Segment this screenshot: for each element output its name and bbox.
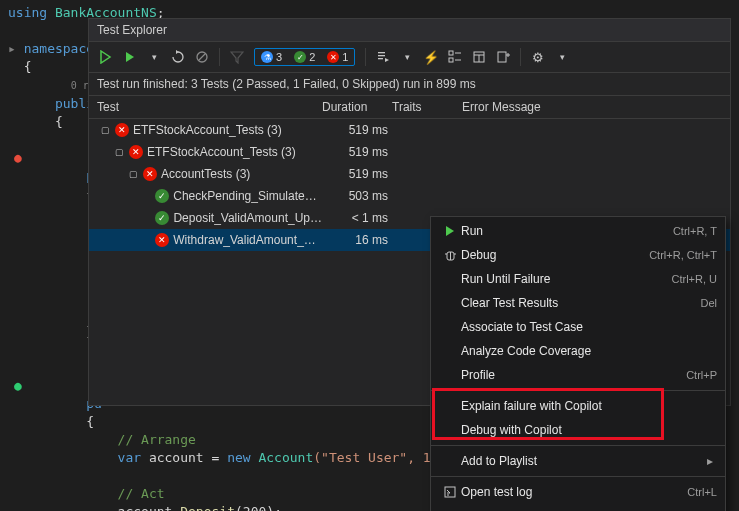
log-icon [439,486,461,498]
menu-item[interactable]: RunCtrl+R, T [431,219,725,243]
menu-label: Add to Playlist [461,454,707,468]
test-name: ETFStockAccount_Tests (3) [147,145,296,159]
test-row[interactable]: ▢✕AccountTests (3)519 ms [89,163,730,185]
svg-rect-3 [378,55,385,56]
pill-total[interactable]: ⚗3 [255,49,288,65]
flask-icon: ⚗ [261,51,273,63]
test-row[interactable]: ✓CheckPending_SimulatesCalcul...503 ms [89,185,730,207]
columns-button[interactable] [468,46,490,68]
menu-item[interactable]: Clear Test ResultsDel [431,291,725,315]
cancel-run-button[interactable] [191,46,213,68]
svg-rect-4 [378,58,383,59]
fail-icon: ✕ [143,167,157,181]
context-menu: RunCtrl+R, TDebugCtrl+R, Ctrl+TRun Until… [430,216,726,511]
run-all-button[interactable] [95,46,117,68]
test-duration: 519 ms [326,145,396,159]
test-duration: 519 ms [326,167,396,181]
test-name: Deposit_ValidAmount_Updates... [173,211,322,225]
expand-arrow-icon[interactable]: ▢ [115,147,125,157]
menu-label: Analyze Code Coverage [461,344,717,358]
cross-icon: ✕ [327,51,339,63]
test-row[interactable]: ▢✕ETFStockAccount_Tests (3)519 ms [89,119,730,141]
menu-shortcut: Ctrl+R, T [673,225,717,237]
menu-label: Profile [461,368,686,382]
submenu-arrow-icon: ▸ [707,454,717,468]
play-icon [439,225,461,237]
gear-icon: ⚙ [532,50,544,65]
fail-icon: ✕ [129,145,143,159]
menu-item[interactable]: Go To TestF12 [431,504,725,511]
menu-item[interactable]: Associate to Test Case [431,315,725,339]
run-button[interactable] [119,46,141,68]
filter-button[interactable] [226,46,248,68]
menu-label: Run Until Failure [461,272,671,286]
menu-shortcut: Ctrl+R, U [671,273,717,285]
expand-arrow-icon[interactable]: ▢ [101,125,111,135]
settings-button[interactable]: ⚙ [527,46,549,68]
menu-label: Explain failure with Copilot [461,399,717,413]
svg-rect-2 [378,52,385,53]
playlist-dropdown[interactable]: ▾ [396,46,418,68]
menu-item[interactable]: DebugCtrl+R, Ctrl+T [431,243,725,267]
svg-rect-5 [449,51,453,55]
lightning-button[interactable]: ⚡ [420,46,442,68]
menu-item[interactable]: Run Until FailureCtrl+R, U [431,267,725,291]
header-traits[interactable]: Traits [392,100,462,114]
test-duration: 503 ms [326,189,396,203]
pass-icon: ✓ [155,189,169,203]
test-name: AccountTests (3) [161,167,250,181]
lightning-icon: ⚡ [423,50,439,65]
svg-rect-12 [498,52,506,62]
menu-shortcut: Ctrl+L [687,486,717,498]
panel-title: Test Explorer [89,19,730,42]
debug-icon [439,249,461,262]
test-name: CheckPending_SimulatesCalcul... [173,189,322,203]
fail-icon: ✕ [115,123,129,137]
test-name: Withdraw_ValidAmount_Update... [173,233,322,247]
group-by-button[interactable] [444,46,466,68]
menu-shortcut: Del [700,297,717,309]
pill-pass[interactable]: ✓2 [288,49,321,65]
svg-rect-19 [445,487,455,497]
menu-label: Debug [461,248,649,262]
menu-separator [431,390,725,391]
svg-rect-6 [449,58,453,62]
test-name: ETFStockAccount_Tests (3) [133,123,282,137]
menu-label: Associate to Test Case [461,320,717,334]
menu-item[interactable]: Add to Playlist▸ [431,449,725,473]
header-duration[interactable]: Duration [322,100,392,114]
test-duration: 519 ms [326,123,396,137]
result-summary: ⚗3 ✓2 ✕1 [254,48,355,66]
pass-icon: ✓ [155,211,169,225]
run-dropdown[interactable]: ▾ [143,46,165,68]
column-headers: Test Duration Traits Error Message [89,96,730,119]
test-duration: < 1 ms [326,211,396,225]
menu-item[interactable]: Analyze Code Coverage [431,339,725,363]
menu-separator [431,476,725,477]
fail-icon: ✕ [155,233,169,247]
menu-label: Run [461,224,673,238]
menu-item[interactable]: Debug with Copilot [431,418,725,442]
header-test[interactable]: Test [97,100,322,114]
menu-shortcut: Ctrl+P [686,369,717,381]
settings-dropdown[interactable]: ▾ [551,46,573,68]
test-row[interactable]: ▢✕ETFStockAccount_Tests (3)519 ms [89,141,730,163]
repeat-run-button[interactable] [167,46,189,68]
check-icon: ✓ [294,51,306,63]
menu-separator [431,445,725,446]
menu-item[interactable]: Open test logCtrl+L [431,480,725,504]
status-line: Test run finished: 3 Tests (2 Passed, 1 … [89,73,730,96]
menu-shortcut: Ctrl+R, Ctrl+T [649,249,717,261]
menu-item[interactable]: Explain failure with Copilot [431,394,725,418]
add-column-button[interactable] [492,46,514,68]
test-duration: 16 ms [326,233,396,247]
menu-label: Open test log [461,485,687,499]
menu-label: Debug with Copilot [461,423,717,437]
menu-label: Clear Test Results [461,296,700,310]
expand-arrow-icon[interactable]: ▢ [129,169,139,179]
menu-item[interactable]: ProfileCtrl+P [431,363,725,387]
header-error[interactable]: Error Message [462,100,722,114]
playlist-button[interactable] [372,46,394,68]
toolbar: ▾ ⚗3 ✓2 ✕1 ▾ ⚡ ⚙ ▾ [89,42,730,73]
pill-fail[interactable]: ✕1 [321,49,354,65]
